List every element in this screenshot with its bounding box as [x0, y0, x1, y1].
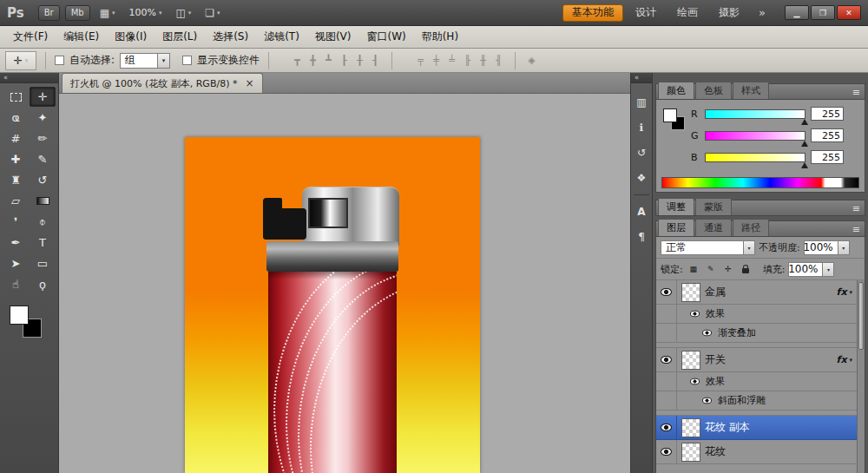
align-right-edges-icon[interactable]: ┨ — [368, 54, 383, 68]
lock-position-icon[interactable]: ✛ — [721, 263, 735, 276]
menu-view[interactable]: 视图(V) — [307, 27, 359, 47]
minimize-button[interactable]: ▁ — [785, 5, 809, 20]
tab-layers[interactable]: 图层 — [658, 219, 694, 236]
slider-thumb-icon[interactable] — [801, 162, 808, 168]
align-horizontal-centers-icon[interactable]: ╂ — [352, 54, 367, 68]
path-selection-tool[interactable]: ➤ — [3, 253, 29, 273]
red-slider[interactable] — [705, 109, 806, 119]
workspace-overflow-icon[interactable]: » — [752, 6, 773, 19]
gradient-tool[interactable] — [30, 191, 56, 211]
layer-name[interactable]: 开关 — [705, 352, 837, 367]
launch-bridge-button[interactable]: Br — [38, 5, 60, 21]
layer-row[interactable]: 开关 fx ▾ — [656, 348, 857, 372]
menu-help[interactable]: 帮助(H) — [414, 27, 466, 47]
tab-adjustments[interactable]: 调整 — [658, 198, 694, 215]
panel-menu-icon[interactable]: ≡ — [852, 203, 860, 214]
screen-mode-button[interactable]: ❏▾ — [201, 7, 224, 19]
auto-select-checkbox[interactable] — [55, 56, 64, 65]
slider-thumb-icon[interactable] — [801, 119, 808, 125]
workspace-essentials-button[interactable]: 基本功能 — [562, 4, 623, 22]
eye-icon[interactable] — [690, 378, 700, 385]
eraser-tool[interactable]: ▱ — [3, 191, 29, 211]
layer-row[interactable]: 花纹 — [656, 440, 857, 464]
red-value-field[interactable]: 255 — [811, 107, 844, 121]
blue-value-field[interactable]: 255 — [811, 150, 844, 164]
rectangle-tool[interactable]: ▭ — [30, 253, 56, 273]
clone-stamp-tool[interactable]: ♜ — [3, 170, 29, 190]
tools-panel-collapse-bar[interactable]: « — [0, 73, 58, 83]
lasso-tool[interactable]: ҩ — [3, 108, 29, 128]
workspace-design-button[interactable]: 设计 — [627, 4, 665, 22]
tab-color[interactable]: 颜色 — [658, 82, 694, 99]
menu-edit[interactable]: 编辑(E) — [56, 27, 107, 47]
restore-button[interactable]: ❐ — [811, 5, 835, 20]
distribute-right-edges-icon[interactable]: ╢ — [491, 54, 506, 68]
tab-styles[interactable]: 样式 — [733, 82, 769, 99]
pen-tool[interactable]: ✒ — [3, 233, 29, 253]
menu-layer[interactable]: 图层(L) — [155, 27, 205, 47]
lock-pixels-icon[interactable]: ✎ — [704, 263, 718, 276]
dodge-tool[interactable]: ⌽ — [30, 212, 56, 232]
character-panel-icon[interactable]: A — [633, 203, 650, 220]
eye-icon[interactable] — [690, 311, 700, 318]
quick-selection-tool[interactable]: ✦ — [30, 108, 56, 128]
tab-paths[interactable]: 路径 — [733, 219, 769, 236]
layer-row-selected[interactable]: 花纹 副本 — [656, 416, 857, 440]
layer-thumbnail[interactable] — [681, 443, 700, 462]
layer-name[interactable]: 花纹 副本 — [705, 420, 857, 435]
layer-effects-badge[interactable]: fx ▾ — [837, 286, 857, 298]
align-left-edges-icon[interactable]: ┠ — [337, 54, 352, 68]
menu-window[interactable]: 窗口(W) — [358, 27, 413, 47]
type-tool[interactable]: T — [30, 233, 56, 253]
green-value-field[interactable]: 255 — [811, 128, 844, 142]
color-spectrum-ramp[interactable] — [661, 177, 859, 188]
menu-file[interactable]: 文件(F) — [5, 27, 56, 47]
styles-panel-icon[interactable]: ❖ — [633, 169, 650, 187]
distribute-left-edges-icon[interactable]: ╟ — [460, 54, 475, 68]
rectangular-marquee-tool[interactable] — [3, 87, 29, 107]
auto-align-layers-icon[interactable]: ◈ — [524, 54, 539, 68]
close-tab-icon[interactable]: × — [245, 77, 253, 89]
healing-brush-tool[interactable]: ✚ — [3, 149, 29, 169]
foreground-color-swatch[interactable] — [663, 108, 677, 122]
slider-thumb-icon[interactable] — [801, 141, 808, 147]
hand-tool[interactable]: ☝ — [3, 274, 29, 294]
menu-filter[interactable]: 滤镜(T) — [256, 27, 307, 47]
align-vertical-centers-icon[interactable]: ╋ — [306, 54, 320, 68]
layer-row[interactable]: 金属 fx ▾ — [656, 280, 857, 305]
layer-effects-badge[interactable]: fx ▾ — [837, 354, 857, 365]
green-slider[interactable] — [705, 131, 806, 141]
auto-select-mode-dropdown[interactable]: 组 ▾ — [120, 53, 170, 69]
document-tab[interactable]: 打火机 @ 100% (花纹 副本, RGB/8) * × — [62, 73, 263, 93]
align-bottom-edges-icon[interactable]: ┻ — [321, 54, 336, 68]
launch-mini-bridge-button[interactable]: Mb — [65, 5, 90, 21]
blue-slider[interactable] — [705, 153, 806, 162]
history-panel-icon[interactable]: ↺ — [633, 144, 650, 161]
distribute-vertical-centers-icon[interactable]: ╪ — [429, 54, 444, 68]
document-image[interactable] — [185, 137, 480, 473]
eye-icon[interactable] — [702, 397, 712, 404]
fx-collapse-icon[interactable]: ▾ — [849, 357, 852, 364]
blur-tool[interactable]: ❜ — [3, 212, 29, 232]
brush-tool[interactable]: ✎ — [30, 149, 56, 169]
tab-swatches[interactable]: 色板 — [695, 82, 732, 99]
move-tool[interactable]: ✛ — [30, 87, 56, 107]
blend-mode-dropdown[interactable]: 正常 ▾ — [661, 240, 755, 255]
layer-thumbnail[interactable] — [681, 351, 700, 370]
tab-channels[interactable]: 通道 — [695, 219, 732, 236]
foreground-color-swatch[interactable] — [10, 305, 29, 325]
eye-icon[interactable] — [702, 330, 712, 337]
visibility-toggle[interactable] — [656, 416, 677, 439]
menu-image[interactable]: 图像(I) — [107, 27, 155, 47]
arrange-documents-button[interactable]: ◫▾ — [171, 7, 195, 19]
show-transform-controls-checkbox[interactable] — [182, 56, 192, 65]
visibility-toggle[interactable] — [656, 440, 677, 463]
panel-menu-icon[interactable]: ≡ — [852, 224, 860, 235]
layer-thumbnail[interactable] — [681, 418, 700, 437]
histogram-panel-icon[interactable]: ▥ — [633, 94, 650, 111]
align-top-edges-icon[interactable]: ┳ — [290, 54, 305, 68]
opacity-dropdown[interactable]: 100% ▾ — [804, 240, 850, 255]
layer-name[interactable]: 金属 — [705, 285, 837, 299]
history-brush-tool[interactable]: ↺ — [30, 170, 56, 190]
fx-collapse-icon[interactable]: ▾ — [849, 289, 852, 296]
